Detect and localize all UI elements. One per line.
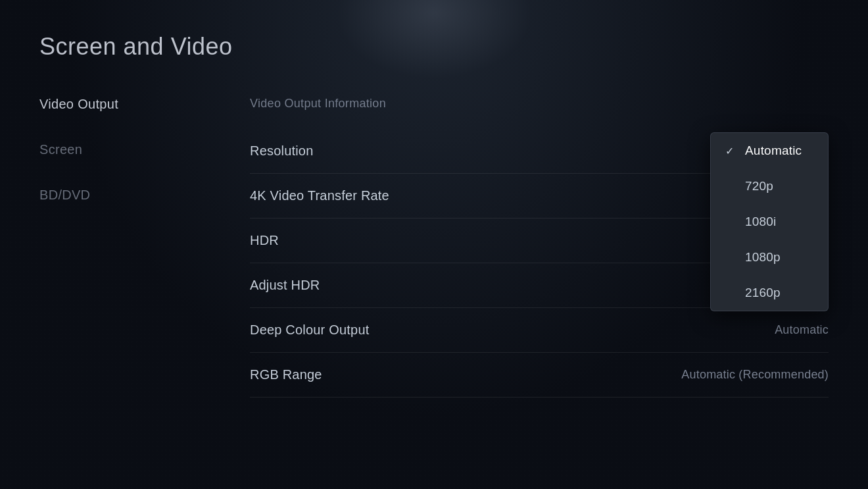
sidebar-item-video-output[interactable]: Video Output [39, 97, 224, 112]
sidebar-item-screen[interactable]: Screen [39, 142, 224, 157]
main-content: Screen and Video Video Output Screen BD/… [0, 0, 868, 430]
section-title: Video Output Information [250, 97, 829, 111]
setting-label-adjust-hdr: Adjust HDR [250, 278, 320, 293]
dropdown-item-1080i[interactable]: 1080i [711, 204, 828, 240]
sidebar-item-bd-dvd[interactable]: BD/DVD [39, 188, 224, 203]
dropdown-label-2160p: 2160p [745, 286, 813, 300]
setting-label-4k-video: 4K Video Transfer Rate [250, 188, 389, 203]
setting-label-rgb-range: RGB Range [250, 367, 322, 382]
check-icon: ✓ [725, 145, 737, 157]
setting-row-resolution: Resolution ✓ Automatic 720p 1 [250, 129, 829, 174]
setting-label-hdr: HDR [250, 233, 279, 248]
setting-value-rgb-range: Automatic (Recommended) [681, 368, 829, 382]
main-layout: Video Output Screen BD/DVD Video Output … [39, 97, 829, 398]
dropdown-item-720p[interactable]: 720p [711, 168, 828, 204]
dropdown-label-1080p: 1080p [745, 250, 813, 265]
dropdown-item-2160p[interactable]: 2160p [711, 275, 828, 311]
sidebar: Video Output Screen BD/DVD [39, 97, 250, 398]
resolution-dropdown-menu: ✓ Automatic 720p 1080i [710, 132, 829, 311]
page-title: Screen and Video [39, 33, 829, 61]
dropdown-label-1080i: 1080i [745, 215, 813, 229]
dropdown-item-1080p[interactable]: 1080p [711, 240, 828, 275]
setting-row-deep-colour[interactable]: Deep Colour Output Automatic [250, 308, 829, 353]
dropdown-item-automatic[interactable]: ✓ Automatic [711, 133, 828, 168]
setting-row-rgb-range[interactable]: RGB Range Automatic (Recommended) [250, 353, 829, 398]
settings-panel: Video Output Information Resolution ✓ Au… [250, 97, 829, 398]
setting-label-resolution: Resolution [250, 143, 314, 159]
dropdown-label-720p: 720p [745, 179, 813, 193]
resolution-dropdown-container[interactable]: ✓ Automatic 720p 1080i [710, 132, 829, 311]
setting-label-deep-colour: Deep Colour Output [250, 322, 369, 338]
dropdown-label-automatic: Automatic [745, 143, 813, 158]
setting-value-deep-colour: Automatic [775, 323, 829, 337]
